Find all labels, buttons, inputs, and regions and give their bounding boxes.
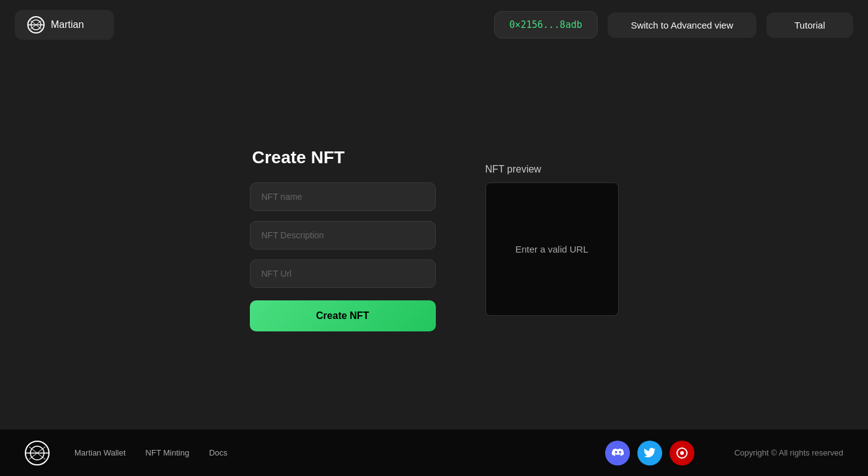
discord-icon[interactable] [605,441,630,465]
nft-url-input[interactable] [250,259,436,288]
nft-preview-box: Enter a valid URL [485,182,619,316]
create-nft-button[interactable]: Create NFT [250,300,436,331]
tutorial-label: Tutorial [794,20,825,30]
create-nft-label: Create NFT [316,310,369,321]
tutorial-button[interactable]: Tutorial [766,12,853,38]
form-section: Create NFT Create NFT [250,148,436,331]
preview-label: NFT preview [485,164,541,175]
footer-docs-link[interactable]: Docs [209,448,228,457]
nft-name-input[interactable] [250,182,436,211]
copyright-text: Copyright © All rights reserved [734,448,843,457]
nft-description-input[interactable] [250,221,436,249]
header: Martian 0×2156...8adb Switch to Advanced… [0,0,868,50]
footer-nft-minting-link[interactable]: NFT Minting [146,448,190,457]
social-icons [605,441,694,465]
record-icon[interactable] [670,441,694,465]
footer-logo-icon [25,441,50,465]
svg-point-11 [680,451,684,455]
footer-wallet-link[interactable]: Martian Wallet [74,448,126,457]
wallet-address-text: 0×2156...8adb [510,19,582,30]
martian-logo-icon [27,16,45,34]
footer: Martian Wallet NFT Minting Docs Copyrigh… [0,429,868,476]
logo-button[interactable]: Martian [15,10,114,40]
wallet-address-button[interactable]: 0×2156...8adb [494,11,598,38]
logo-label: Martian [51,19,84,30]
preview-placeholder-text: Enter a valid URL [515,244,588,254]
footer-links: Martian Wallet NFT Minting Docs [74,448,228,457]
switch-view-button[interactable]: Switch to Advanced view [608,12,756,38]
preview-section: NFT preview Enter a valid URL [485,164,619,316]
switch-view-label: Switch to Advanced view [631,20,733,30]
main-content: Create NFT Create NFT NFT preview Enter … [0,50,868,429]
twitter-icon[interactable] [637,441,662,465]
form-title: Create NFT [250,148,345,168]
